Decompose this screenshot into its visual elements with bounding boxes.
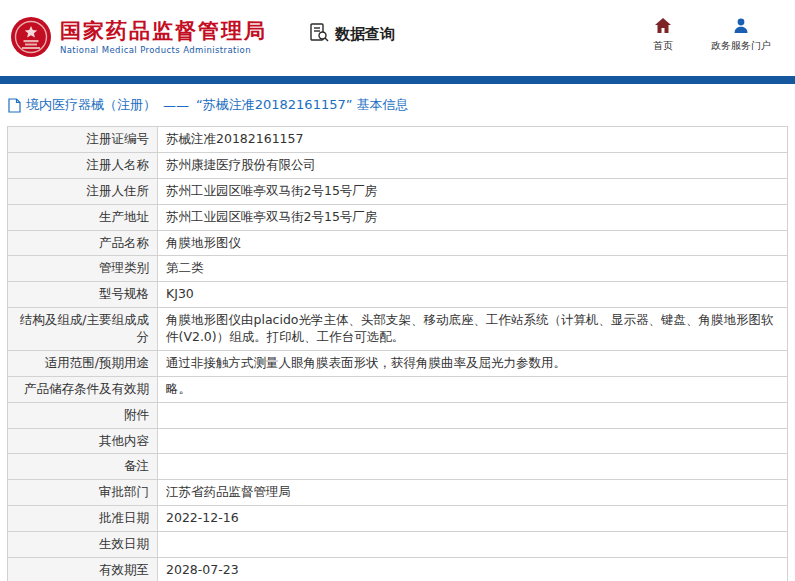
table-row: 型号规格KJ30	[8, 282, 788, 308]
table-row: 管理类别第二类	[8, 256, 788, 282]
row-label: 有效期至	[8, 557, 158, 581]
row-label: 备注	[8, 454, 158, 480]
row-label: 结构及组成/主要组成成分	[8, 308, 158, 351]
portal-link[interactable]: 政务服务门户	[711, 18, 771, 53]
data-query-label: 数据查询	[335, 25, 395, 44]
page: 国家药品监督管理局 National Medical Products Admi…	[0, 0, 795, 581]
table-row: 有效期至2028-07-23	[8, 557, 788, 581]
document-icon	[8, 98, 21, 113]
national-emblem-icon	[10, 14, 52, 60]
table-row: 产品储存条件及有效期略。	[8, 376, 788, 402]
brand-text: 国家药品监督管理局 National Medical Products Admi…	[60, 19, 267, 56]
info-table: 注册证编号苏械注准20182161157注册人名称苏州康捷医疗股份有限公司注册人…	[7, 126, 788, 581]
row-value: 江苏省药品监督管理局	[158, 480, 788, 506]
table-row: 注册证编号苏械注准20182161157	[8, 127, 788, 153]
top-nav: 首页 政务服务门户	[645, 18, 781, 53]
breadcrumb-separator: ——	[163, 98, 189, 113]
breadcrumb-category: 境内医疗器械（注册）	[26, 96, 156, 114]
portal-label: 政务服务门户	[711, 39, 771, 53]
table-row: 生产地址苏州工业园区唯亭双马街2号15号厂房	[8, 204, 788, 230]
table-row: 其他内容	[8, 428, 788, 454]
row-label: 附件	[8, 402, 158, 428]
table-row: 注册人住所苏州工业园区唯亭双马街2号15号厂房	[8, 178, 788, 204]
row-label: 注册人住所	[8, 178, 158, 204]
home-link[interactable]: 首页	[645, 18, 681, 53]
row-value: KJ30	[158, 282, 788, 308]
table-row: 结构及组成/主要组成成分角膜地形图仪由placido光学主体、头部支架、移动底座…	[8, 308, 788, 351]
row-value: 苏州工业园区唯亭双马街2号15号厂房	[158, 204, 788, 230]
row-value	[158, 454, 788, 480]
breadcrumb: 境内医疗器械（注册） —— “苏械注准20182161157” 基本信息	[0, 84, 795, 124]
row-value: 角膜地形图仪	[158, 230, 788, 256]
row-label: 产品储存条件及有效期	[8, 376, 158, 402]
row-value: 2022-12-16	[158, 506, 788, 532]
row-value: 角膜地形图仪由placido光学主体、头部支架、移动底座、工作站系统（计算机、显…	[158, 308, 788, 351]
row-value: 苏州康捷医疗股份有限公司	[158, 152, 788, 178]
table-row: 备注	[8, 454, 788, 480]
row-value: 通过非接触方式测量人眼角膜表面形状，获得角膜曲率及屈光力参数用。	[158, 350, 788, 376]
nmpa-logo-link[interactable]: 国家药品监督管理局 National Medical Products Admi…	[10, 14, 267, 60]
row-value: 2028-07-23	[158, 557, 788, 581]
row-value: 苏州工业园区唯亭双马街2号15号厂房	[158, 178, 788, 204]
data-query-tab[interactable]: 数据查询	[309, 22, 395, 46]
row-label: 管理类别	[8, 256, 158, 282]
data-query-icon	[309, 22, 329, 46]
table-row: 批准日期2022-12-16	[8, 506, 788, 532]
agency-title: 国家药品监督管理局	[60, 19, 267, 43]
info-table-body: 注册证编号苏械注准20182161157注册人名称苏州康捷医疗股份有限公司注册人…	[8, 127, 788, 581]
row-label: 注册证编号	[8, 127, 158, 153]
row-value	[158, 428, 788, 454]
row-label: 注册人名称	[8, 152, 158, 178]
row-label: 适用范围/预期用途	[8, 350, 158, 376]
row-label: 生效日期	[8, 532, 158, 558]
row-label: 其他内容	[8, 428, 158, 454]
row-value: 第二类	[158, 256, 788, 282]
breadcrumb-current: “苏械注准20182161157” 基本信息	[196, 96, 409, 114]
table-row: 附件	[8, 402, 788, 428]
row-label: 生产地址	[8, 204, 158, 230]
table-row: 注册人名称苏州康捷医疗股份有限公司	[8, 152, 788, 178]
table-row: 审批部门江苏省药品监督管理局	[8, 480, 788, 506]
agency-subtitle: National Medical Products Administration	[60, 46, 267, 56]
table-row: 产品名称角膜地形图仪	[8, 230, 788, 256]
home-label: 首页	[653, 39, 673, 53]
row-value	[158, 402, 788, 428]
home-icon	[655, 18, 671, 35]
table-row: 适用范围/预期用途通过非接触方式测量人眼角膜表面形状，获得角膜曲率及屈光力参数用…	[8, 350, 788, 376]
table-row: 生效日期	[8, 532, 788, 558]
row-label: 产品名称	[8, 230, 158, 256]
user-icon	[733, 18, 749, 35]
header-divider-bar	[0, 76, 795, 84]
row-value	[158, 532, 788, 558]
row-label: 批准日期	[8, 506, 158, 532]
site-header: 国家药品监督管理局 National Medical Products Admi…	[0, 0, 795, 76]
row-label: 审批部门	[8, 480, 158, 506]
row-value: 略。	[158, 376, 788, 402]
row-label: 型号规格	[8, 282, 158, 308]
row-value: 苏械注准20182161157	[158, 127, 788, 153]
